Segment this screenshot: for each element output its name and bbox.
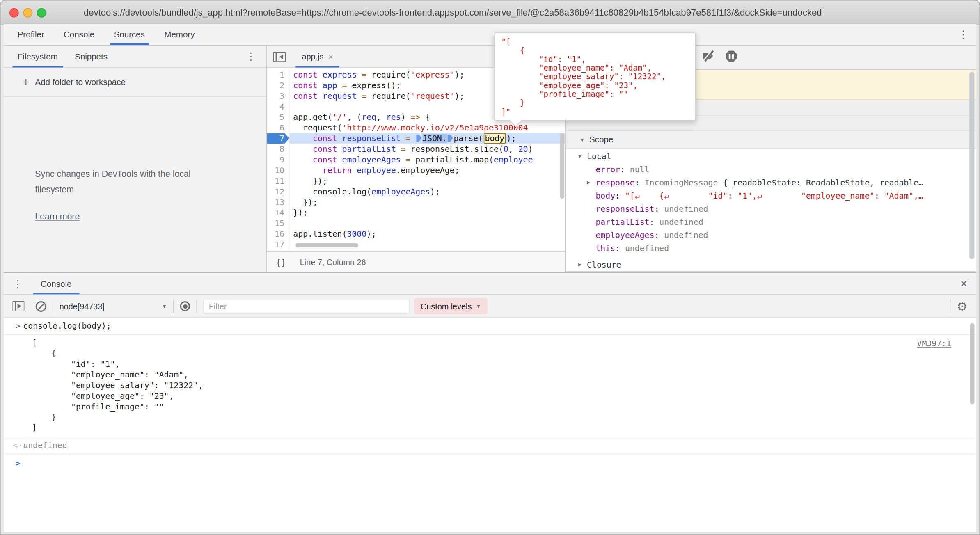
console-output-text: [ { "id": "1", "employee_name": "Adam", … [4,337,976,433]
expander-icon[interactable]: ▶ [578,258,587,271]
line-number[interactable]: 3 [267,91,289,101]
console-title-bar: ⋮ Console ✕ [4,273,976,295]
prompt-chevron-icon: > [12,458,23,468]
clear-console-icon[interactable] [36,301,46,311]
tab-console[interactable]: Console [64,24,94,45]
console-command-row: > console.log(body); [4,318,976,335]
line-number[interactable]: 14 [267,208,289,218]
close-drawer-icon[interactable]: ✕ [960,279,968,288]
expander-icon[interactable]: ▼ [578,150,587,163]
console-messages: > console.log(body); [ { "id": "1", "emp… [4,318,976,532]
console-prompt[interactable]: > [4,454,976,472]
deactivate-breakpoints-icon[interactable] [703,53,713,59]
line-number[interactable]: 6 [267,123,289,133]
learn-more-link[interactable]: Learn more [35,211,80,221]
pretty-print-button[interactable]: {} [276,257,286,267]
filter-input[interactable] [203,299,410,314]
variable-value-popover: "[ { "id": "1", "employee_name": "Adam",… [495,32,696,121]
code-text: const responseList = JSON.parse(body); [289,133,565,144]
custom-levels-button[interactable]: Custom levels ▼ [414,298,488,314]
toggle-navigator-icon[interactable] [273,52,286,62]
chevron-down-icon: ▼ [579,137,585,143]
tab-profiler[interactable]: Profiler [18,24,44,45]
line-number[interactable]: 11 [267,176,289,186]
return-value-icon: <· [12,437,23,454]
code-line: 15 [267,218,565,229]
navigator-more-icon[interactable]: ⋮ [246,51,256,62]
title-bar: devtools://devtools/bundled/js_app.html?… [1,1,980,25]
drawer-more-icon[interactable]: ⋮ [12,278,23,289]
scope-row: body: "[↵ {↵ "id": "1",↵ "employee_name"… [566,189,976,202]
scope-row: employeeAges: undefined [566,229,976,242]
code-line: 10 return employee.employeeAge; [267,165,565,176]
command-text: console.log(body); [23,318,111,334]
chevron-down-icon: ▼ [162,303,167,309]
editor-vertical-scrollbar[interactable] [560,133,565,199]
debugger-vertical-scrollbar[interactable] [969,72,974,259]
cursor-position: Line 7, Column 26 [300,257,366,267]
live-expression-eye-icon[interactable] [180,301,190,311]
console-drawer: ⋮ Console ✕ node[94733] ▼ [4,272,976,532]
line-number[interactable]: 5 [267,112,289,123]
more-options-icon[interactable]: ⋮ [958,30,969,40]
tab-memory[interactable]: Memory [164,24,195,45]
line-number[interactable]: 17 [267,239,289,250]
code-line: 13 }); [267,197,565,208]
main-tab-bar: Profiler Console Sources Memory ⋮ [4,24,976,46]
close-tab-icon[interactable]: × [329,52,333,61]
chevron-down-icon: ▼ [476,303,481,309]
editor-tab-appjs[interactable]: app.js × [295,46,339,67]
editor-tab-label: app.js [302,52,324,61]
window-title-url: devtools://devtools/bundled/js_app.html?… [84,1,822,25]
scope-row: error: null [566,163,976,176]
code-line: 12 console.log(employeeAges); [267,186,565,197]
show-console-sidebar-icon[interactable] [12,301,24,311]
console-toolbar: node[94733] ▼ Custom levels ▼ ⚙ [4,295,976,318]
line-number[interactable]: 2 [267,80,289,91]
line-number[interactable]: 10 [267,165,289,176]
line-number[interactable]: 16 [267,229,289,239]
tab-sources[interactable]: Sources [114,24,145,45]
popover-value-text: "[ { "id": "1", "employee_name": "Adam",… [495,33,695,121]
settings-gear-icon[interactable]: ⚙ [957,300,968,312]
horizontal-scrollbar[interactable] [295,243,358,247]
scope-section-header[interactable]: ▼ Scope [566,131,976,149]
command-chevron-icon: > [12,318,23,334]
line-number[interactable]: 8 [267,144,289,154]
toolbar-divider [196,299,197,313]
tab-snippets[interactable]: Snippets [75,46,108,67]
scope-row: partialList: undefined [566,215,976,229]
code-text: const partialList = responseList.slice(0… [289,144,565,154]
code-text: }); [289,208,565,218]
line-number[interactable]: 13 [267,197,289,208]
pause-on-exceptions-icon[interactable] [726,50,737,62]
line-number[interactable]: 15 [267,218,289,229]
tab-console-drawer[interactable]: Console [41,273,71,295]
result-text: undefined [23,437,67,454]
line-number[interactable]: 12 [267,186,289,197]
console-vertical-scrollbar[interactable] [970,323,975,404]
expander-icon[interactable]: ▶ [587,176,595,189]
line-number[interactable]: 4 [267,101,289,112]
source-location-link[interactable]: VM397:1 [917,338,951,348]
add-folder-button[interactable]: + Add folder to workspace [4,68,266,97]
tab-filesystem[interactable]: Filesystem [18,46,58,67]
debugger-sidebar-footer [566,271,976,272]
code-text: console.log(employeeAges); [289,186,565,197]
line-number[interactable]: 7 [267,133,289,144]
line-number[interactable]: 9 [267,154,289,165]
zoom-window-button[interactable] [37,8,46,18]
devtools-window: devtools://devtools/bundled/js_app.html?… [0,0,980,535]
context-label: node[94733] [60,302,105,311]
scope-row: ▼Local [566,150,976,163]
code-text: return employee.employeeAge; [289,165,565,176]
console-output-row: [ { "id": "1", "employee_name": "Adam", … [4,335,976,437]
code-line: 11 }); [267,176,565,186]
close-window-button[interactable] [9,8,19,18]
minimize-window-button[interactable] [23,8,32,18]
execution-context-selector[interactable]: node[94733] ▼ [60,302,167,311]
line-number[interactable]: 1 [267,69,289,80]
code-text: app.listen(3000); [289,229,565,239]
code-text [289,218,565,229]
execution-line: 7 const responseList = JSON.parse(body); [267,133,565,144]
